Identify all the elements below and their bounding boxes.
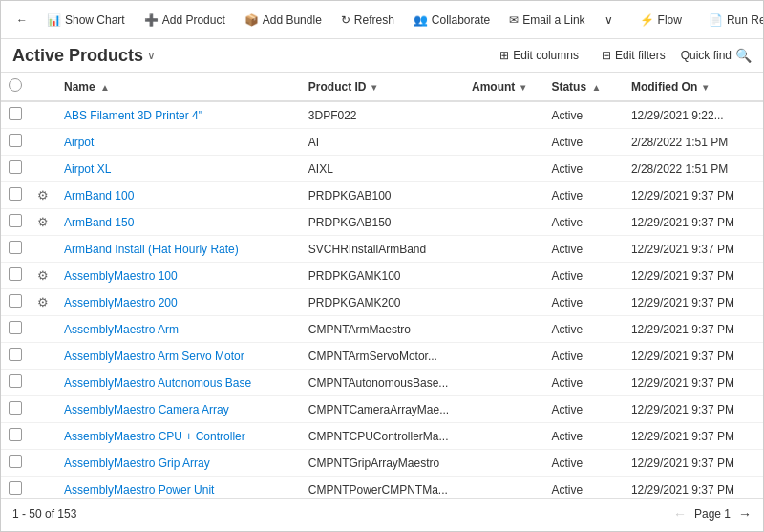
product-name-link[interactable]: AssemblyMaestro 200	[64, 296, 178, 309]
product-name-link[interactable]: AssemblyMaestro Grip Array	[64, 457, 210, 470]
row-modified-cell: 12/29/2021 9:37 PM	[624, 182, 763, 209]
filter-icon: ⊟	[602, 49, 611, 62]
row-product-id-cell: AI	[301, 129, 464, 156]
back-button[interactable]: ←	[9, 10, 35, 31]
table-row: ⚙AssemblyMaestro 100PRDPKGAMK100Active12…	[1, 263, 763, 289]
row-checkbox[interactable]	[9, 481, 22, 495]
row-checkbox[interactable]	[9, 107, 22, 120]
row-amount-cell	[464, 182, 543, 209]
row-checkbox[interactable]	[9, 294, 22, 308]
row-checkbox[interactable]	[9, 428, 22, 441]
title-chevron-icon[interactable]: ∨	[147, 49, 156, 62]
table-row: ⚙ArmBand 150PRDPKGAB150Active12/29/2021 …	[1, 209, 763, 236]
row-checkbox[interactable]	[9, 374, 22, 388]
main-toolbar: ← 📊 Show Chart ➕ Add Product 📦 Add Bundl…	[1, 1, 763, 39]
email-link-button[interactable]: ✉ Email a Link	[501, 10, 592, 31]
row-checkbox[interactable]	[9, 321, 22, 334]
row-checkbox[interactable]	[9, 401, 22, 415]
product-name-link[interactable]: AssemblyMaestro 100	[64, 269, 178, 283]
col-header-amount[interactable]: Amount ▾	[464, 73, 543, 101]
product-name-link[interactable]: AssemblyMaestro Arm	[64, 323, 179, 336]
email-chevron-button[interactable]: ∨	[597, 10, 621, 31]
product-name-link[interactable]: ABS Filament 3D Printer 4"	[64, 109, 202, 122]
row-checkbox-cell	[1, 129, 30, 156]
col-header-status[interactable]: Status ▲	[543, 73, 623, 101]
product-name-link[interactable]: AssemblyMaestro Camera Array	[64, 403, 229, 416]
add-product-button[interactable]: ➕ Add Product	[137, 10, 233, 31]
run-report-button[interactable]: 📄 Run Report	[701, 10, 764, 31]
product-name-link[interactable]: Airpot XL	[64, 162, 111, 176]
add-bundle-button[interactable]: 📦 Add Bundle	[237, 10, 329, 31]
quick-find-label: Quick find	[681, 49, 732, 62]
table-row: AssemblyMaestro Camera ArrayCMPNTCameraA…	[1, 396, 763, 423]
row-status-cell: Active	[543, 209, 623, 236]
row-checkbox[interactable]	[9, 455, 22, 468]
row-checkbox[interactable]	[9, 160, 22, 174]
row-checkbox-cell	[1, 450, 30, 477]
email-icon: ✉	[509, 13, 519, 27]
flow-button[interactable]: ⚡ Flow	[632, 10, 690, 31]
page-title-wrap: Active Products ∨	[12, 46, 484, 66]
row-name-cell: ArmBand 150	[56, 209, 301, 236]
product-name-link[interactable]: AssemblyMaestro Arm Servo Motor	[64, 350, 244, 363]
table-row: AssemblyMaestro ArmCMPNTArmMaestroActive…	[1, 316, 763, 343]
row-checkbox-cell	[1, 101, 30, 129]
product-name-link[interactable]: Airpot	[64, 136, 94, 149]
row-amount-cell	[464, 101, 543, 129]
prev-page-button[interactable]: ←	[673, 506, 687, 521]
row-status-cell: Active	[543, 316, 623, 343]
row-icon-cell	[30, 450, 56, 477]
row-amount-cell	[464, 370, 543, 396]
refresh-icon: ↻	[341, 13, 350, 27]
product-name-link[interactable]: ArmBand 150	[64, 216, 134, 229]
search-icon[interactable]: 🔍	[735, 48, 752, 63]
row-checkbox[interactable]	[9, 348, 22, 361]
col-header-name[interactable]: Name ▲	[56, 73, 301, 101]
row-status-cell: Active	[543, 396, 623, 423]
row-name-cell: AssemblyMaestro Autonomous Base	[56, 370, 301, 396]
product-name-link[interactable]: ArmBand Install (Flat Hourly Rate)	[64, 243, 239, 256]
status-sort-icon: ▲	[591, 82, 601, 93]
product-name-link[interactable]: AssemblyMaestro CPU + Controller	[64, 430, 245, 443]
row-status-cell: Active	[543, 370, 623, 396]
row-status-cell: Active	[543, 236, 623, 263]
col-header-icon	[30, 73, 56, 101]
row-checkbox[interactable]	[9, 214, 22, 227]
product-id-sort-icon: ▾	[371, 82, 376, 93]
select-all-radio[interactable]	[9, 78, 22, 92]
col-header-check[interactable]	[1, 73, 30, 101]
row-icon-cell: ⚙	[30, 209, 56, 236]
row-checkbox[interactable]	[9, 187, 22, 201]
modified-sort-icon: ▾	[703, 82, 708, 93]
product-name-link[interactable]: ArmBand 100	[64, 189, 134, 202]
row-name-cell: AssemblyMaestro Camera Array	[56, 396, 301, 423]
row-product-id-cell: 3DPF022	[301, 101, 464, 129]
flow-icon: ⚡	[640, 13, 654, 27]
row-checkbox-cell	[1, 343, 30, 370]
product-name-link[interactable]: AssemblyMaestro Autonomous Base	[64, 376, 251, 390]
show-chart-button[interactable]: 📊 Show Chart	[39, 10, 133, 31]
row-checkbox-cell	[1, 182, 30, 209]
next-page-button[interactable]: →	[738, 506, 752, 521]
row-checkbox[interactable]	[9, 134, 22, 147]
header-actions: ⊞ Edit columns ⊟ Edit filters Quick find…	[492, 45, 752, 66]
collaborate-button[interactable]: 👥 Collaborate	[406, 10, 498, 31]
edit-filters-button[interactable]: ⊟ Edit filters	[594, 45, 673, 66]
row-amount-cell	[464, 263, 543, 289]
row-status-cell: Active	[543, 182, 623, 209]
table-footer: 1 - 50 of 153 ← Page 1 →	[1, 498, 763, 528]
add-bundle-icon: 📦	[244, 13, 259, 27]
row-checkbox-cell	[1, 423, 30, 450]
row-icon-cell	[30, 477, 56, 499]
row-amount-cell	[464, 316, 543, 343]
product-name-link[interactable]: AssemblyMaestro Power Unit	[64, 483, 214, 497]
col-header-modified-on[interactable]: Modified On ▾	[624, 73, 763, 101]
table-row: AssemblyMaestro Power UnitCMPNTPowerCMPN…	[1, 477, 763, 499]
row-checkbox-cell	[1, 396, 30, 423]
row-icon-cell	[30, 236, 56, 263]
row-checkbox[interactable]	[9, 267, 22, 281]
row-checkbox[interactable]	[9, 241, 22, 254]
col-header-product-id[interactable]: Product ID ▾	[301, 73, 464, 101]
edit-columns-button[interactable]: ⊞ Edit columns	[492, 45, 586, 66]
refresh-button[interactable]: ↻ Refresh	[333, 10, 402, 31]
